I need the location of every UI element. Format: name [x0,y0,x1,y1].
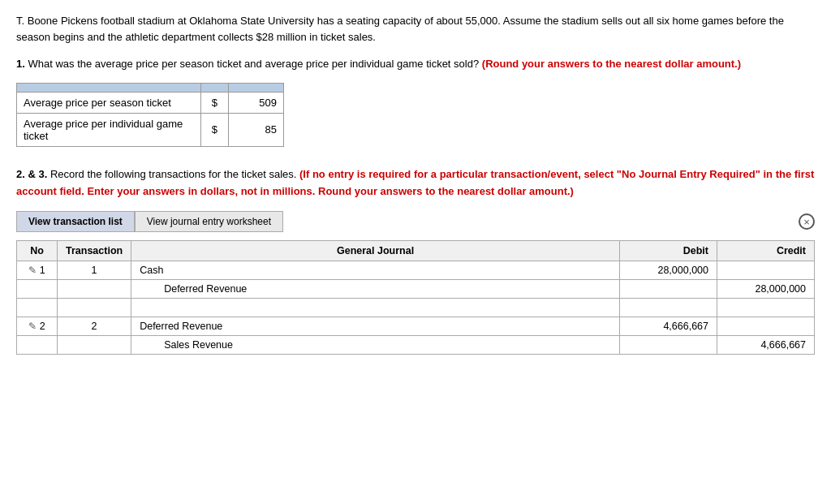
tab-transaction-list[interactable]: View transaction list [16,211,135,232]
price-row-value-0: 509 [228,92,283,113]
edit-icon-0[interactable]: ✎ [28,265,37,276]
tab-container: View transaction list View journal entry… [16,211,815,232]
journal-row-credit-1: 28,000,000 [717,280,815,299]
question1-number: 1. [16,58,25,70]
question1-text-content: What was the average price per season ti… [28,58,479,70]
journal-row-edit-1 [17,280,58,299]
close-icon-container: × [799,213,815,230]
journal-row-trans-3: 2 [58,317,131,336]
journal-row: ✎ 2 2 Deferred Revenue 4,666,667 [17,317,815,336]
journal-row-trans-1 [58,280,131,299]
journal-row-credit-0 [717,261,815,280]
journal-row-edit-4 [17,336,58,355]
tab-journal-entry[interactable]: View journal entry worksheet [135,211,283,232]
journal-row-account-3: Deferred Revenue [131,317,620,336]
price-row-label-1: Average price per individual game ticket [17,113,201,146]
journal-header-debit: Debit [620,241,717,261]
edit-icon-3[interactable]: ✎ [28,321,37,332]
question1-bold-text: (Round your answers to the nearest dolla… [482,58,741,70]
intro-paragraph: T. Boone Pickens football stadium at Okl… [16,13,815,45]
journal-row-debit-0: 28,000,000 [620,261,717,280]
journal-row-account-4: Sales Revenue [131,336,620,355]
price-row-dollar-1: $ [200,113,228,146]
spacer-no [17,299,58,317]
journal-row-edit-0: ✎ 1 [17,261,58,280]
journal-row-debit-3: 4,666,667 [620,317,717,336]
journal-row-debit-1 [620,280,717,299]
price-table-header-value [228,83,283,92]
journal-row: ✎ 1 1 Cash 28,000,000 [17,261,815,280]
journal-header-transaction: Transaction [58,241,131,261]
spacer-debit [620,299,717,317]
close-button[interactable]: × [799,213,815,230]
journal-row-trans-4 [58,336,131,355]
question2-number: 2. & 3. [16,168,47,180]
price-table-header-dollar [200,83,228,92]
question2-paragraph: 2. & 3. Record the following transaction… [16,166,815,200]
question1-paragraph: 1. What was the average price per season… [16,56,815,73]
journal-row: Sales Revenue 4,666,667 [17,336,815,355]
journal-header-credit: Credit [717,241,815,261]
spacer-gj [131,299,620,317]
journal-row: Deferred Revenue 28,000,000 [17,280,815,299]
question2-text-content: Record the following transactions for th… [50,168,296,180]
price-table-row: Average price per season ticket $ 509 [17,92,284,113]
journal-header-no: No [17,241,58,261]
journal-header-gj: General Journal [131,241,620,261]
journal-row-edit-3: ✎ 2 [17,317,58,336]
spacer-trans [58,299,131,317]
price-table-header-label [17,83,201,92]
price-table: Average price per season ticket $ 509 Av… [16,83,284,147]
journal-row-account-1: Deferred Revenue [131,280,620,299]
journal-row-debit-4 [620,336,717,355]
journal-row-credit-3 [717,317,815,336]
price-row-dollar-0: $ [200,92,228,113]
journal-row-account-0: Cash [131,261,620,280]
journal-row-trans-0: 1 [58,261,131,280]
journal-spacer-row [17,299,815,317]
price-table-row: Average price per individual game ticket… [17,113,284,146]
journal-row-credit-4: 4,666,667 [717,336,815,355]
price-row-value-1: 85 [228,113,283,146]
spacer-credit [717,299,815,317]
price-row-label-0: Average price per season ticket [17,92,201,113]
journal-table: No Transaction General Journal Debit Cre… [16,240,815,355]
